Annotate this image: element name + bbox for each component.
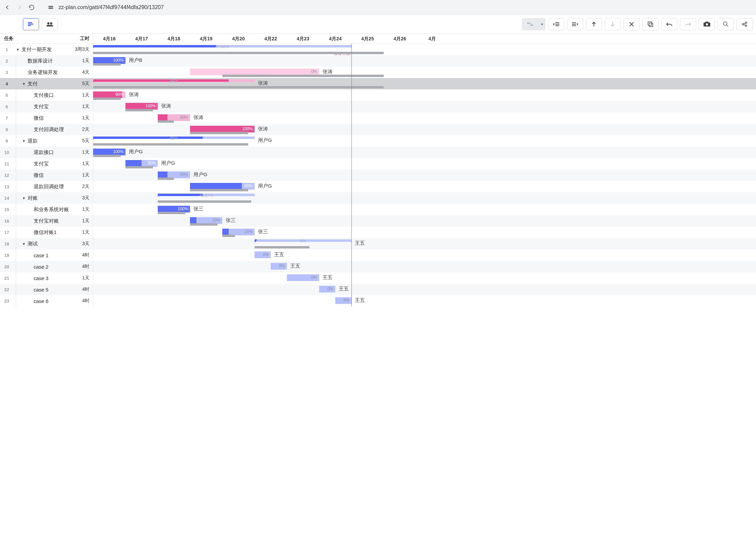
forward-button[interactable] [15,3,24,11]
task-row[interactable]: 17微信对账11天 [0,227,93,238]
resize-handle-icon[interactable] [269,252,270,257]
summary-bar[interactable]: 46.67% [158,194,255,197]
task-row[interactable]: 3业务逻辑开发4天 [0,67,93,78]
gantt-row[interactable]: 50%用户G [93,158,756,169]
reload-button[interactable] [28,3,36,11]
task-bar[interactable]: 100% [125,103,158,110]
task-row[interactable]: 13退款回调处理2天 [0,181,93,192]
gantt-row[interactable]: 90%张涛 [93,89,756,101]
search-button[interactable] [718,18,734,30]
task-row[interactable]: 7微信1天 [0,112,93,124]
task-row[interactable]: 5支付接口1天 [0,89,93,101]
task-row[interactable]: 10退款接口1天 [0,147,93,158]
gantt-row[interactable]: 0%张涛 [93,67,756,78]
task-bar[interactable]: 0% [287,274,319,281]
task-row[interactable]: 12微信1天 [0,169,93,181]
task-bar[interactable]: 100% [93,57,125,64]
task-row[interactable]: 23case 64时 [0,295,93,307]
expander-icon[interactable]: ▼ [16,48,21,51]
task-bar[interactable]: 0% [255,251,271,258]
task-bar[interactable]: 100% [158,206,190,212]
gantt-row[interactable]: 30%用户G [93,169,756,181]
move-down-button[interactable] [605,18,621,30]
gantt-row[interactable]: 0%王五 [93,238,756,249]
resize-handle-icon[interactable] [123,150,125,154]
task-row[interactable]: 21case 31天 [0,272,93,284]
task-row[interactable]: 22case 54时 [0,284,93,295]
gantt-row[interactable]: 100%张涛 [93,101,756,112]
outdent-button[interactable] [548,18,564,30]
task-bar[interactable]: 100% [190,126,255,132]
expander-icon[interactable]: ▼ [22,82,27,86]
task-bar[interactable]: 30% [158,114,190,121]
link-button[interactable] [522,18,538,30]
task-bar[interactable]: 20% [222,229,255,235]
task-bar[interactable]: 30% [158,171,190,178]
task-bar[interactable]: 80% [190,183,255,190]
gantt-row[interactable]: 0%王五 [93,272,756,284]
gantt-row[interactable]: 0%王五 [93,295,756,307]
task-row[interactable]: 6支付宝1天 [0,101,93,112]
task-row[interactable]: 2数据库设计1天 [0,55,93,67]
expander-icon[interactable]: ▼ [22,242,27,246]
gantt-row[interactable]: 100%用户B [93,55,756,67]
task-row[interactable]: 16支付宝对账1天 [0,215,93,227]
resize-handle-icon[interactable] [123,92,125,97]
resize-handle-icon[interactable] [188,172,189,177]
task-bar[interactable]: 0% [319,286,335,293]
task-bar[interactable]: 50% [125,160,158,167]
resize-handle-icon[interactable] [253,230,254,234]
undo-button[interactable] [661,18,677,30]
summary-bar[interactable]: 47.62% [93,45,351,49]
gantt-row[interactable]: 47.62% [93,44,756,55]
task-row[interactable]: 19case 14时 [0,249,93,261]
task-row[interactable]: 14▼对账3天 [0,192,93,204]
resize-handle-icon[interactable] [188,207,189,211]
resize-handle-icon[interactable] [317,70,318,74]
task-row[interactable]: 8支付回调处理2天 [0,124,93,135]
copy-button[interactable] [642,18,658,30]
resize-handle-icon[interactable] [333,287,335,292]
task-row[interactable]: 18▼测试3天 [0,238,93,249]
resize-handle-icon[interactable] [156,161,157,166]
gantt-row[interactable]: 80%用户G [93,181,756,192]
task-bar[interactable]: 0% [271,263,287,270]
resize-handle-icon[interactable] [123,58,125,63]
gantt-row[interactable]: 100%张涛 [93,124,756,135]
task-row[interactable]: 15和业务系统对账1天 [0,204,93,215]
resize-handle-icon[interactable] [253,127,254,131]
task-bar[interactable]: 0% [335,297,351,304]
task-row[interactable]: 4▼支付5天 [0,78,93,89]
gantt-row[interactable]: 0%王五 [93,261,756,272]
gantt-row[interactable]: 20%张三 [93,227,756,238]
task-bar[interactable]: 20% [190,217,222,224]
gantt-row[interactable]: 20%张三 [93,215,756,227]
resize-handle-icon[interactable] [285,264,286,269]
gantt-row[interactable]: 100%用户G [93,147,756,158]
task-bar[interactable]: 100% [93,149,125,155]
view-team-button[interactable] [42,18,58,30]
gantt-row[interactable]: 30%张涛 [93,112,756,124]
task-bar[interactable]: 90% [93,91,125,98]
screenshot-button[interactable] [699,18,715,30]
gantt-row[interactable]: 46.67% [93,192,756,204]
gantt-row[interactable]: 0%王五 [93,284,756,295]
site-settings-icon[interactable] [47,4,54,11]
redo-button[interactable] [680,18,696,30]
view-gantt-button[interactable] [23,18,39,30]
summary-bar[interactable]: 84% [93,79,255,83]
summary-bar[interactable]: 68% [93,137,255,140]
resize-handle-icon[interactable] [156,104,157,109]
resize-handle-icon[interactable] [317,275,318,280]
share-button[interactable] [736,18,753,30]
expander-icon[interactable]: ▼ [22,139,27,143]
gantt-row[interactable]: 84%张涛 [93,78,756,89]
resize-handle-icon[interactable] [220,218,222,223]
task-row[interactable]: 20case 24时 [0,261,93,272]
gantt-row[interactable]: 0%王五 [93,249,756,261]
indent-button[interactable] [567,18,583,30]
summary-bar[interactable]: 0% [255,239,351,243]
gantt-row[interactable]: 100%张三 [93,204,756,215]
move-up-button[interactable] [586,18,602,30]
gantt-row[interactable]: 68%用户G [93,135,756,147]
